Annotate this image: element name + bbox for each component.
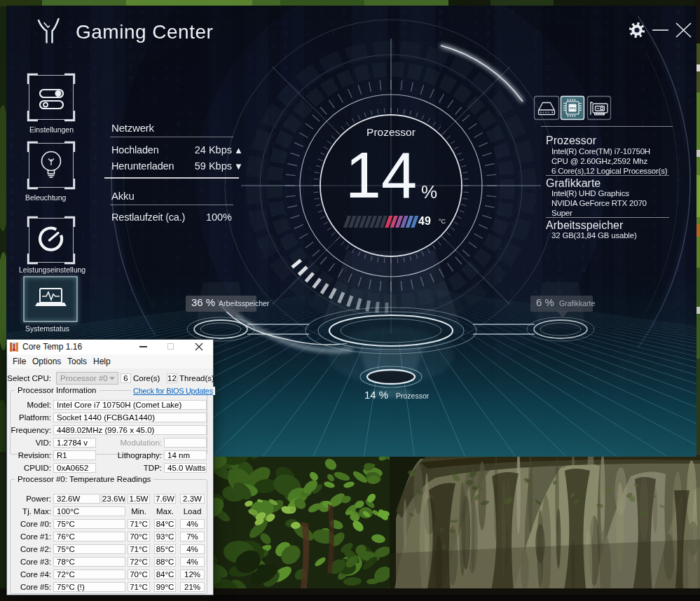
svg-text:CPU: CPU: [570, 106, 576, 110]
